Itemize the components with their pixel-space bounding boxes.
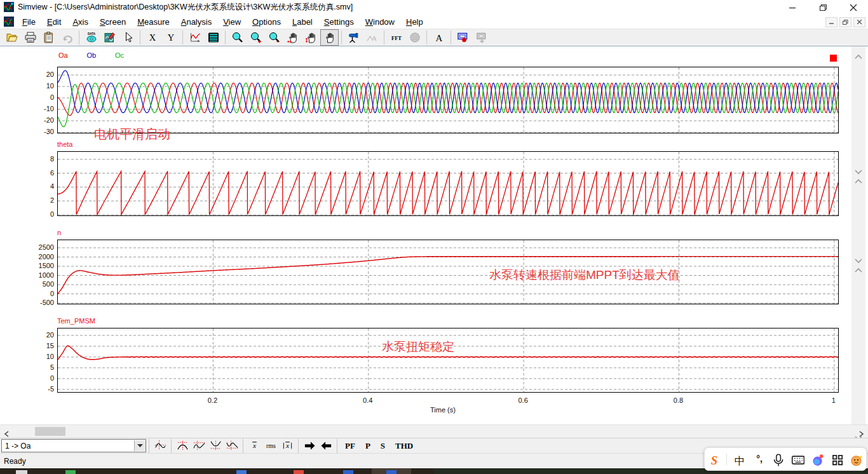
arr-left-button[interactable] xyxy=(318,439,334,452)
a-letter-button[interactable]: A xyxy=(430,29,448,46)
restore-button[interactable] xyxy=(812,1,834,13)
mdi-restore-button[interactable] xyxy=(839,17,851,27)
mdi-close-button[interactable] xyxy=(853,17,865,27)
avg-button[interactable]: x xyxy=(246,439,262,452)
y-tick-label: 0 xyxy=(25,210,54,218)
paste-button[interactable] xyxy=(39,29,58,46)
menu-measure[interactable]: Measure xyxy=(132,16,175,28)
ime-kbd-button[interactable] xyxy=(790,452,805,467)
sphere-button[interactable] xyxy=(405,29,424,46)
pointer-button[interactable] xyxy=(119,29,137,46)
zoom-button[interactable] xyxy=(228,29,247,46)
zoom-in-button[interactable]: + xyxy=(247,29,265,46)
plot-canvas[interactable] xyxy=(58,328,838,392)
plot-panel-n[interactable] xyxy=(57,240,839,304)
undo-icon xyxy=(61,31,74,44)
arr-right-button[interactable] xyxy=(301,439,318,452)
snap-gray-button[interactable] xyxy=(472,29,491,46)
menu-label[interactable]: Label xyxy=(287,16,318,28)
lmin-button[interactable] xyxy=(224,439,240,452)
y-tick-label: 0 xyxy=(25,93,54,101)
toolbar-separator xyxy=(79,30,79,44)
snap-red-button[interactable] xyxy=(454,29,472,46)
undo-button[interactable] xyxy=(58,29,76,46)
hscroll-thumb[interactable] xyxy=(35,427,65,436)
ime-lang-button[interactable]: 中 xyxy=(731,452,747,467)
taskbar-icon-app4[interactable] xyxy=(343,470,353,474)
mdi-controls xyxy=(824,17,865,27)
data-disk-button[interactable]: DATA xyxy=(82,29,100,46)
menu-screen[interactable]: Screen xyxy=(94,16,132,28)
rms-button[interactable]: rms xyxy=(262,439,279,452)
minimize-button[interactable] xyxy=(782,1,803,13)
taskbar-icon-start[interactable] xyxy=(16,470,27,474)
menu-axis[interactable]: Axis xyxy=(67,16,94,28)
fft-button[interactable]: FFT xyxy=(387,29,405,46)
y-letter-button[interactable]: Y xyxy=(161,29,180,46)
pf-button[interactable]: PF xyxy=(340,441,360,451)
plot-canvas[interactable] xyxy=(58,152,838,215)
vertical-scrollbar[interactable] xyxy=(851,46,865,424)
horizontal-scrollbar[interactable] xyxy=(0,424,868,438)
y-tick-label: -500 xyxy=(25,299,54,306)
avg-icon: x xyxy=(248,440,261,452)
document-icon[interactable] xyxy=(4,17,14,27)
thd-button[interactable]: THD xyxy=(390,441,418,451)
menu-help[interactable]: Help xyxy=(400,16,429,28)
measure-button[interactable] xyxy=(344,29,363,46)
close-button[interactable] xyxy=(843,1,864,13)
ime-skin-button[interactable] xyxy=(810,452,825,467)
print-button[interactable] xyxy=(21,29,39,46)
y-tick-label: 5 xyxy=(25,363,54,371)
scroll-up-icon[interactable] xyxy=(854,264,863,276)
x-letter-button[interactable]: X xyxy=(143,29,161,46)
meas-cursor-button[interactable] xyxy=(152,439,168,452)
taskbar-icon-app5[interactable] xyxy=(386,470,397,474)
p-button[interactable]: P xyxy=(360,441,376,451)
plot-panel-theta[interactable] xyxy=(57,151,839,216)
ime-emoji-button[interactable] xyxy=(849,452,864,467)
lmax-button[interactable] xyxy=(191,439,207,452)
gmin-button[interactable] xyxy=(207,439,224,452)
add-curve-button[interactable] xyxy=(100,29,119,46)
taskbar-icon-app2[interactable] xyxy=(236,470,247,474)
plot-title-n: n xyxy=(57,229,61,236)
scroll-up-icon[interactable] xyxy=(854,51,863,62)
plot-canvas[interactable] xyxy=(58,240,838,304)
curves-button[interactable] xyxy=(186,29,204,46)
menu-options[interactable]: Options xyxy=(247,16,287,28)
menu-settings[interactable]: Settings xyxy=(318,16,360,28)
hand-button[interactable] xyxy=(320,29,339,46)
screens-button[interactable] xyxy=(204,29,222,46)
menu-window[interactable]: Window xyxy=(360,16,400,28)
taskbar-icon-app3[interactable] xyxy=(294,470,304,474)
mdi-close-icon xyxy=(857,20,862,24)
gmax-button[interactable] xyxy=(174,439,191,452)
svg-text:中: 中 xyxy=(735,454,745,466)
pan-v-button[interactable] xyxy=(302,29,320,46)
chevron-down-icon[interactable] xyxy=(134,440,146,451)
ime-punct-button[interactable]: °, xyxy=(751,452,766,467)
mdi-minimize-button[interactable] xyxy=(825,17,837,27)
ime-mic-button[interactable] xyxy=(770,452,785,467)
plot-canvas[interactable] xyxy=(58,67,838,133)
menu-file[interactable]: File xyxy=(17,16,41,28)
plot-panel-Tem_PMSM[interactable] xyxy=(57,328,839,393)
zoom-out-button[interactable]: - xyxy=(265,29,283,46)
channel-select[interactable]: 1 -> Oa xyxy=(1,439,146,452)
label-gray-button[interactable]: A xyxy=(363,29,381,46)
ime-apps-grid-button[interactable] xyxy=(829,452,844,467)
plot-panel-currents[interactable] xyxy=(57,67,839,133)
taskbar-icon-app1[interactable] xyxy=(65,470,76,474)
close-icon xyxy=(850,4,857,11)
scroll-up-icon[interactable] xyxy=(854,175,863,187)
menu-view[interactable]: View xyxy=(217,16,247,28)
absavg-button[interactable]: x xyxy=(279,439,295,452)
menu-edit[interactable]: Edit xyxy=(41,16,67,28)
menu-analysis[interactable]: Analysis xyxy=(175,16,217,28)
ime-sogou-button[interactable]: S xyxy=(707,452,722,467)
s-button[interactable]: S xyxy=(376,441,390,451)
paste-icon xyxy=(43,31,55,44)
pan-h-button[interactable] xyxy=(283,29,302,46)
open-folder-button[interactable] xyxy=(3,29,21,46)
